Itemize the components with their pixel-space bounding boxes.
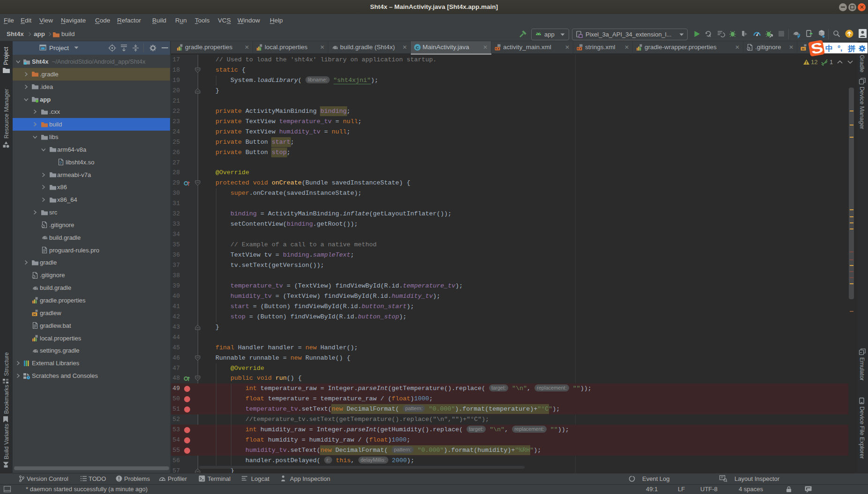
- svg-text:C: C: [416, 45, 419, 50]
- svg-text:H: H: [33, 313, 36, 316]
- svg-text:H: H: [802, 47, 804, 51]
- svg-text:?: ?: [59, 161, 62, 165]
